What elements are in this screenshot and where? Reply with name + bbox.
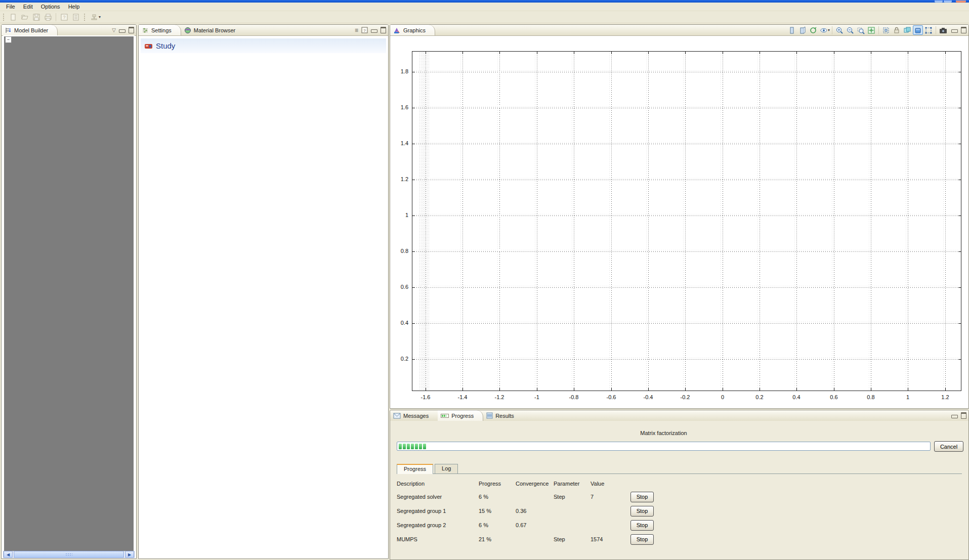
axis-tick [648, 52, 649, 54]
toolbar-separator [832, 26, 832, 34]
axis-tick [760, 388, 760, 391]
menu-chevron-icon[interactable]: ▽ [112, 28, 116, 33]
orbit-icon[interactable] [808, 25, 818, 35]
cell-description: Segregated solver [397, 494, 479, 500]
lock-icon[interactable] [892, 25, 902, 35]
tree-expander-icon[interactable]: − [5, 36, 12, 43]
gridline-minor [906, 52, 906, 391]
axis-tick [412, 323, 415, 324]
study-title: Study [156, 41, 175, 50]
minimize-icon[interactable] [371, 29, 377, 33]
material-globe-icon [184, 27, 191, 34]
subtab-progress[interactable]: Progress [397, 464, 433, 474]
cell-description: MUMPS [397, 536, 479, 542]
open-icon[interactable] [19, 12, 30, 22]
progress-view: Matrix factorization Cancel Progress Log… [390, 421, 968, 559]
gridline [412, 323, 961, 324]
tab-messages[interactable]: Messages [390, 410, 438, 421]
cell-progress: 21 % [479, 536, 516, 542]
help-icon[interactable]: ? [59, 12, 69, 22]
front-view-icon[interactable] [787, 25, 797, 35]
scrollbar-thumb[interactable] [14, 551, 124, 558]
gridline [462, 52, 463, 391]
gridline-minor [460, 52, 461, 391]
y-tick-label: 1.8 [390, 68, 408, 74]
gridline-minor [412, 214, 961, 214]
menu-edit[interactable]: Edit [19, 3, 37, 10]
subtab-log[interactable]: Log [435, 464, 458, 473]
scene-box-icon[interactable] [913, 25, 923, 35]
help-page-icon[interactable]: ? [361, 27, 368, 33]
hamburger-icon[interactable]: ≡ [355, 28, 358, 33]
x-tick-label: 0 [711, 394, 734, 400]
scroll-right-icon[interactable]: ▶ [125, 551, 134, 558]
maximize-icon[interactable] [961, 412, 966, 419]
model-tree-area[interactable]: − [3, 35, 135, 551]
zoom-out-icon[interactable] [845, 25, 855, 35]
dropdown-caret-icon[interactable]: ▾ [99, 15, 101, 19]
zoom-in-icon[interactable] [834, 25, 845, 35]
report-icon[interactable] [70, 12, 81, 22]
minimize-icon[interactable] [951, 415, 958, 418]
gridline-minor [412, 106, 961, 107]
select-vertices-icon[interactable] [923, 25, 934, 35]
x-tick-label: -1.6 [414, 394, 437, 400]
y-tick-label: 0.8 [390, 248, 408, 254]
axis-tick [499, 52, 500, 54]
tab-model-builder[interactable]: Model Builder [2, 25, 58, 35]
menu-help[interactable]: Help [64, 3, 84, 10]
plot-icon[interactable] [89, 12, 99, 22]
axis-tick [796, 388, 797, 391]
zoom-extents-icon[interactable] [866, 25, 876, 35]
toolbar-grip [83, 13, 86, 21]
plot-area[interactable]: -1.6-1.4-1.2-1-0.8-0.6-0.4-0.200.20.40.6… [412, 51, 961, 391]
gridline-minor [646, 52, 647, 391]
minimize-icon[interactable] [119, 29, 125, 33]
y-tick-label: 1.4 [390, 140, 408, 146]
axis-tick [611, 388, 612, 391]
gridline [412, 359, 961, 360]
model-builder-hscrollbar[interactable]: ◀ ▶ [3, 551, 135, 558]
axis-tick [462, 52, 463, 54]
transparency-icon[interactable] [902, 25, 912, 35]
column-header: Description [397, 481, 479, 487]
cell-convergence: 0.67 [516, 522, 554, 528]
back-view-icon[interactable] [797, 25, 808, 35]
gridline-minor [535, 52, 535, 391]
camera-icon[interactable] [938, 25, 948, 35]
dropdown-caret-icon[interactable]: ▾ [828, 28, 830, 32]
cancel-button[interactable]: Cancel [934, 441, 963, 452]
x-tick-label: 1.2 [934, 394, 956, 400]
tab-settings[interactable]: Settings [139, 25, 181, 35]
select-frame-icon[interactable] [881, 25, 891, 35]
stop-button[interactable]: Stop [630, 492, 654, 502]
zoom-box-icon[interactable] [856, 25, 866, 35]
tab-graphics[interactable]: Graphics [390, 25, 435, 35]
menu-file[interactable]: File [2, 3, 19, 10]
column-header: Value [591, 481, 630, 487]
scroll-left-icon[interactable]: ◀ [4, 551, 13, 558]
tab-material-browser[interactable]: Material Browser [181, 25, 245, 35]
tab-progress[interactable]: Progress [438, 410, 483, 421]
save-icon[interactable] [31, 12, 41, 22]
axis-tick [834, 388, 834, 391]
maximize-icon[interactable] [381, 27, 386, 33]
maximize-icon[interactable] [961, 27, 966, 33]
y-tick-label: 0.2 [390, 356, 408, 362]
gridline [834, 52, 834, 391]
visibility-eye-icon[interactable] [819, 25, 829, 35]
print-icon[interactable] [43, 12, 53, 22]
gridline-minor [794, 52, 795, 391]
maximize-icon[interactable] [129, 27, 134, 33]
x-tick-label: 0.6 [823, 394, 845, 400]
x-tick-label: 1 [897, 394, 919, 400]
tab-results[interactable]: Results [483, 410, 523, 421]
menu-options[interactable]: Options [37, 3, 64, 10]
gridline [723, 52, 723, 391]
stop-button[interactable]: Stop [630, 506, 654, 516]
minimize-icon[interactable] [951, 29, 958, 33]
new-file-icon[interactable] [8, 12, 18, 22]
stop-button[interactable]: Stop [630, 534, 654, 545]
stop-button[interactable]: Stop [630, 520, 654, 531]
cell-value: 1574 [591, 536, 630, 542]
